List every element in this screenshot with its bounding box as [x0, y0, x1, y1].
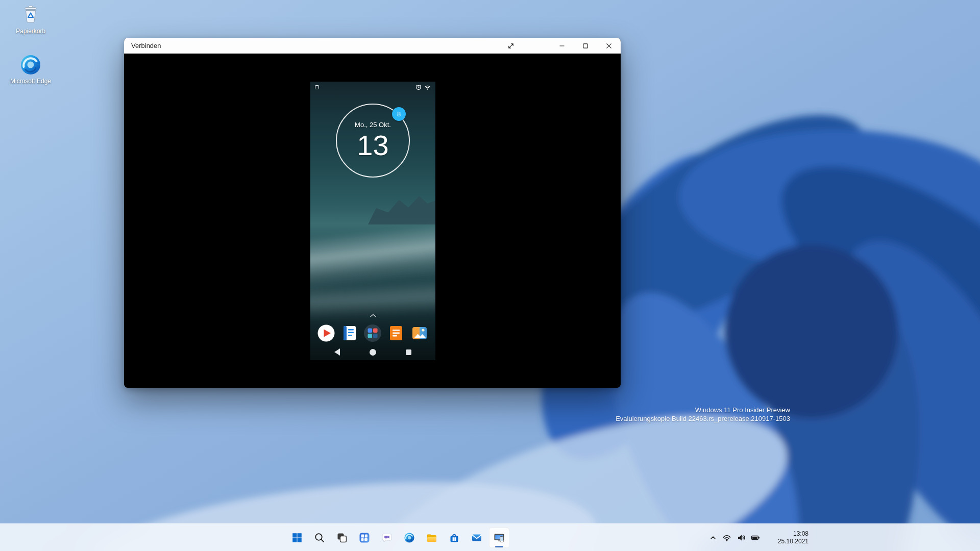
chevron-up-icon	[709, 534, 717, 542]
minimize-button[interactable]	[550, 38, 574, 54]
edge-icon	[19, 53, 42, 77]
alarm-icon	[415, 84, 422, 90]
back-button[interactable]	[334, 348, 340, 356]
taskbar-center	[287, 528, 509, 548]
maximize-button[interactable]	[574, 38, 597, 54]
wifi-icon	[722, 533, 731, 542]
close-icon	[606, 43, 612, 49]
dock-app-play[interactable]	[316, 323, 336, 343]
search-button[interactable]	[309, 528, 330, 548]
tray-overflow-button[interactable]	[706, 528, 720, 548]
dock-app-folder[interactable]	[363, 323, 382, 343]
notes-icon	[340, 323, 359, 343]
tray-time: 13:08	[767, 530, 808, 538]
volume-button[interactable]	[734, 528, 748, 548]
desktop-icon-label: Microsoft Edge	[10, 78, 51, 85]
chevron-up-icon	[370, 314, 377, 317]
battery-icon	[751, 533, 760, 542]
minimize-icon	[559, 43, 565, 49]
clock-date: Mo., 25 Okt.	[337, 121, 409, 129]
window-title: Verbinden	[131, 38, 161, 54]
tray-date: 25.10.2021	[767, 538, 808, 545]
app-folder-icon	[363, 323, 382, 343]
desktop-icon-label: Papierkorb	[16, 28, 45, 35]
close-button[interactable]	[597, 38, 621, 54]
network-button[interactable]	[720, 528, 734, 548]
edge-icon	[403, 532, 415, 544]
taskbar: 13:08 25.10.2021	[0, 523, 980, 551]
dock-app-docs[interactable]	[386, 323, 406, 343]
phone-mirror[interactable]: Mo., 25 Okt. 13 8	[310, 82, 435, 360]
task-view-icon	[336, 532, 348, 544]
dock-app-gallery[interactable]	[410, 323, 429, 343]
play-icon	[316, 323, 336, 343]
start-button[interactable]	[287, 528, 307, 548]
chat-button[interactable]	[377, 528, 397, 548]
recycle-bin-icon	[19, 3, 42, 27]
window-content: Mo., 25 Okt. 13 8	[124, 54, 621, 388]
os-watermark: Windows 11 Pro Insider Preview Evaluieru…	[616, 406, 790, 423]
search-icon	[313, 532, 326, 544]
store-icon	[448, 532, 460, 544]
notification-square-icon	[315, 85, 319, 89]
wifi-icon	[424, 84, 431, 90]
chat-icon	[381, 532, 393, 544]
fullscreen-icon	[507, 42, 514, 49]
wallpaper-cliff	[368, 193, 435, 224]
recents-button[interactable]	[406, 349, 411, 355]
clock-hour: 13	[337, 129, 409, 162]
watermark-line2: Evaluierungskopie Build 22463.rs_prerele…	[616, 414, 790, 423]
tray-clock[interactable]: 13:08 25.10.2021	[767, 530, 808, 545]
connect-app-button[interactable]	[489, 528, 509, 548]
widgets-button[interactable]	[354, 528, 375, 548]
system-tray: 13:08 25.10.2021	[706, 524, 808, 551]
watermark-line1: Windows 11 Pro Insider Preview	[616, 406, 790, 414]
phone-statusbar	[310, 84, 435, 91]
mail-icon	[471, 532, 483, 544]
window-controls	[550, 38, 621, 54]
connect-icon	[493, 532, 505, 544]
widgets-icon	[358, 532, 371, 544]
desktop-icon-edge[interactable]: Microsoft Edge	[8, 53, 53, 85]
app-drawer-caret[interactable]	[310, 314, 435, 317]
phone-navbar	[310, 345, 435, 359]
file-explorer-icon	[426, 532, 438, 544]
mail-button[interactable]	[467, 528, 487, 548]
dock-app-notes[interactable]	[340, 323, 359, 343]
desktop-icon-recycle-bin[interactable]: Papierkorb	[8, 3, 53, 35]
file-explorer-button[interactable]	[422, 528, 442, 548]
home-button[interactable]	[370, 349, 376, 356]
store-button[interactable]	[444, 528, 464, 548]
windows-start-icon	[291, 532, 303, 544]
maximize-icon	[582, 43, 589, 49]
notification-badge: 8	[392, 107, 406, 121]
statusbar-right	[415, 84, 431, 90]
phone-dock	[310, 322, 435, 344]
task-view-button[interactable]	[332, 528, 352, 548]
connect-window: Verbinden	[124, 38, 621, 388]
speaker-icon	[737, 533, 746, 542]
gallery-icon	[410, 323, 429, 343]
docs-icon	[386, 323, 406, 343]
edge-browser-button[interactable]	[399, 528, 420, 548]
desktop: Papierkorb Microsoft Edge Windows 11 Pro…	[0, 0, 980, 551]
window-titlebar[interactable]: Verbinden	[124, 38, 621, 54]
battery-button[interactable]	[748, 528, 763, 548]
fullscreen-button[interactable]	[499, 38, 523, 54]
